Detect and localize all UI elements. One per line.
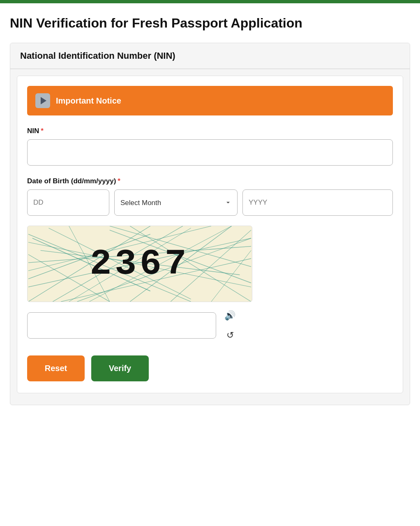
- month-select[interactable]: Select Month January February March Apri…: [114, 189, 238, 216]
- page-title: NIN Verification for Fresh Passport Appl…: [10, 15, 410, 31]
- dob-field-label: Date of Birth (dd/mm/yyyy) *: [27, 177, 393, 185]
- dob-day-input[interactable]: [27, 189, 109, 216]
- captcha-image: 2367: [27, 226, 252, 302]
- important-notice-button[interactable]: Important Notice: [27, 86, 393, 115]
- dob-year-wrapper: [242, 189, 393, 216]
- nin-input[interactable]: [27, 139, 393, 166]
- nin-required-star: *: [41, 127, 44, 135]
- form-card: National Identification Number (NIN) Imp…: [10, 43, 410, 405]
- month-select-container: Select Month January February March Apri…: [114, 189, 238, 216]
- form-card-header: National Identification Number (NIN): [10, 43, 410, 69]
- refresh-icon: ↺: [226, 330, 234, 341]
- captcha-text: 2367: [90, 244, 189, 284]
- page-container: NIN Verification for Fresh Passport Appl…: [0, 3, 420, 526]
- reset-button[interactable]: Reset: [27, 355, 85, 381]
- captcha-input-row: 🔊 ↺: [27, 309, 393, 342]
- dob-required-star: *: [118, 177, 120, 185]
- play-icon: [35, 93, 50, 108]
- form-card-body: Important Notice NIN * Date of Birth (dd…: [17, 76, 403, 393]
- action-buttons: Reset Verify: [27, 355, 393, 381]
- form-card-header-title: National Identification Number (NIN): [20, 51, 400, 61]
- dob-day-wrapper: [27, 189, 109, 216]
- nin-field-label: NIN *: [27, 127, 393, 135]
- top-bar: [0, 0, 420, 3]
- audio-captcha-button[interactable]: 🔊: [223, 309, 237, 323]
- verify-button[interactable]: Verify: [91, 355, 149, 381]
- captcha-icons: 🔊 ↺: [223, 309, 237, 342]
- dob-row: Select Month January February March Apri…: [27, 189, 393, 216]
- important-notice-label: Important Notice: [56, 96, 121, 106]
- captcha-input[interactable]: [27, 312, 216, 339]
- dob-year-input[interactable]: [242, 189, 393, 216]
- refresh-captcha-button[interactable]: ↺: [223, 328, 237, 342]
- audio-icon: 🔊: [224, 310, 235, 321]
- dob-month-wrapper: Select Month January February March Apri…: [114, 189, 238, 216]
